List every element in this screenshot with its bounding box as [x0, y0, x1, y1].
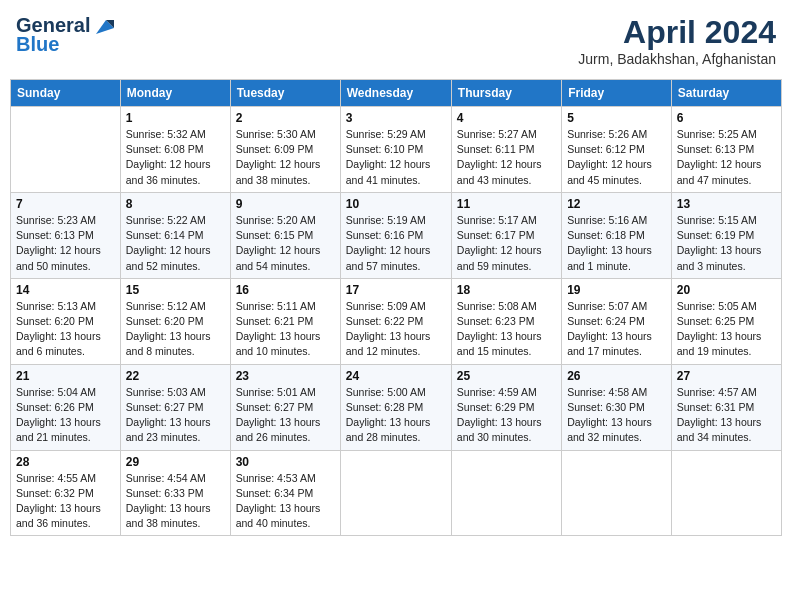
calendar-cell: [671, 450, 781, 536]
day-info: Sunrise: 4:53 AMSunset: 6:34 PMDaylight:…: [236, 471, 335, 532]
header: General Blue April 2024 Jurm, Badakhshan…: [10, 10, 782, 71]
calendar-cell: 6Sunrise: 5:25 AMSunset: 6:13 PMDaylight…: [671, 107, 781, 193]
calendar-cell: 26Sunrise: 4:58 AMSunset: 6:30 PMDayligh…: [562, 364, 672, 450]
day-number: 7: [16, 197, 115, 211]
day-number: 21: [16, 369, 115, 383]
calendar-cell: 29Sunrise: 4:54 AMSunset: 6:33 PMDayligh…: [120, 450, 230, 536]
calendar-cell: 4Sunrise: 5:27 AMSunset: 6:11 PMDaylight…: [451, 107, 561, 193]
calendar-cell: 18Sunrise: 5:08 AMSunset: 6:23 PMDayligh…: [451, 278, 561, 364]
calendar-cell: 2Sunrise: 5:30 AMSunset: 6:09 PMDaylight…: [230, 107, 340, 193]
weekday-header-friday: Friday: [562, 80, 672, 107]
calendar-cell: 9Sunrise: 5:20 AMSunset: 6:15 PMDaylight…: [230, 192, 340, 278]
logo: General Blue: [16, 14, 114, 56]
day-number: 12: [567, 197, 666, 211]
month-title: April 2024: [578, 14, 776, 51]
calendar-cell: 12Sunrise: 5:16 AMSunset: 6:18 PMDayligh…: [562, 192, 672, 278]
calendar-cell: 21Sunrise: 5:04 AMSunset: 6:26 PMDayligh…: [11, 364, 121, 450]
day-info: Sunrise: 5:22 AMSunset: 6:14 PMDaylight:…: [126, 213, 225, 274]
day-number: 17: [346, 283, 446, 297]
weekday-header-saturday: Saturday: [671, 80, 781, 107]
calendar-cell: 22Sunrise: 5:03 AMSunset: 6:27 PMDayligh…: [120, 364, 230, 450]
calendar-cell: 13Sunrise: 5:15 AMSunset: 6:19 PMDayligh…: [671, 192, 781, 278]
calendar-cell: 11Sunrise: 5:17 AMSunset: 6:17 PMDayligh…: [451, 192, 561, 278]
day-info: Sunrise: 4:57 AMSunset: 6:31 PMDaylight:…: [677, 385, 776, 446]
day-info: Sunrise: 4:59 AMSunset: 6:29 PMDaylight:…: [457, 385, 556, 446]
day-number: 20: [677, 283, 776, 297]
calendar-cell: [11, 107, 121, 193]
day-info: Sunrise: 5:11 AMSunset: 6:21 PMDaylight:…: [236, 299, 335, 360]
day-number: 22: [126, 369, 225, 383]
day-info: Sunrise: 5:00 AMSunset: 6:28 PMDaylight:…: [346, 385, 446, 446]
day-info: Sunrise: 5:26 AMSunset: 6:12 PMDaylight:…: [567, 127, 666, 188]
day-number: 24: [346, 369, 446, 383]
calendar-cell: 3Sunrise: 5:29 AMSunset: 6:10 PMDaylight…: [340, 107, 451, 193]
logo-icon: [92, 18, 114, 36]
day-info: Sunrise: 5:08 AMSunset: 6:23 PMDaylight:…: [457, 299, 556, 360]
day-number: 2: [236, 111, 335, 125]
day-info: Sunrise: 4:58 AMSunset: 6:30 PMDaylight:…: [567, 385, 666, 446]
day-info: Sunrise: 4:55 AMSunset: 6:32 PMDaylight:…: [16, 471, 115, 532]
calendar-cell: 8Sunrise: 5:22 AMSunset: 6:14 PMDaylight…: [120, 192, 230, 278]
day-number: 29: [126, 455, 225, 469]
day-number: 19: [567, 283, 666, 297]
weekday-header-tuesday: Tuesday: [230, 80, 340, 107]
calendar-cell: 14Sunrise: 5:13 AMSunset: 6:20 PMDayligh…: [11, 278, 121, 364]
day-number: 6: [677, 111, 776, 125]
weekday-header-wednesday: Wednesday: [340, 80, 451, 107]
day-info: Sunrise: 5:07 AMSunset: 6:24 PMDaylight:…: [567, 299, 666, 360]
day-number: 16: [236, 283, 335, 297]
day-number: 23: [236, 369, 335, 383]
day-info: Sunrise: 4:54 AMSunset: 6:33 PMDaylight:…: [126, 471, 225, 532]
day-number: 4: [457, 111, 556, 125]
calendar-cell: 24Sunrise: 5:00 AMSunset: 6:28 PMDayligh…: [340, 364, 451, 450]
location-title: Jurm, Badakhshan, Afghanistan: [578, 51, 776, 67]
calendar-cell: 16Sunrise: 5:11 AMSunset: 6:21 PMDayligh…: [230, 278, 340, 364]
calendar-cell: 28Sunrise: 4:55 AMSunset: 6:32 PMDayligh…: [11, 450, 121, 536]
day-number: 15: [126, 283, 225, 297]
day-info: Sunrise: 5:15 AMSunset: 6:19 PMDaylight:…: [677, 213, 776, 274]
day-number: 11: [457, 197, 556, 211]
logo-blue-text: Blue: [16, 33, 59, 56]
day-info: Sunrise: 5:13 AMSunset: 6:20 PMDaylight:…: [16, 299, 115, 360]
day-info: Sunrise: 5:17 AMSunset: 6:17 PMDaylight:…: [457, 213, 556, 274]
day-number: 3: [346, 111, 446, 125]
day-info: Sunrise: 5:25 AMSunset: 6:13 PMDaylight:…: [677, 127, 776, 188]
day-number: 27: [677, 369, 776, 383]
day-info: Sunrise: 5:05 AMSunset: 6:25 PMDaylight:…: [677, 299, 776, 360]
day-info: Sunrise: 5:27 AMSunset: 6:11 PMDaylight:…: [457, 127, 556, 188]
day-info: Sunrise: 5:20 AMSunset: 6:15 PMDaylight:…: [236, 213, 335, 274]
calendar-cell: 27Sunrise: 4:57 AMSunset: 6:31 PMDayligh…: [671, 364, 781, 450]
day-info: Sunrise: 5:09 AMSunset: 6:22 PMDaylight:…: [346, 299, 446, 360]
title-area: April 2024 Jurm, Badakhshan, Afghanistan: [578, 14, 776, 67]
day-number: 13: [677, 197, 776, 211]
day-number: 14: [16, 283, 115, 297]
calendar-cell: 7Sunrise: 5:23 AMSunset: 6:13 PMDaylight…: [11, 192, 121, 278]
day-info: Sunrise: 5:19 AMSunset: 6:16 PMDaylight:…: [346, 213, 446, 274]
weekday-header-monday: Monday: [120, 80, 230, 107]
day-number: 26: [567, 369, 666, 383]
day-info: Sunrise: 5:12 AMSunset: 6:20 PMDaylight:…: [126, 299, 225, 360]
day-info: Sunrise: 5:03 AMSunset: 6:27 PMDaylight:…: [126, 385, 225, 446]
calendar-cell: 10Sunrise: 5:19 AMSunset: 6:16 PMDayligh…: [340, 192, 451, 278]
day-info: Sunrise: 5:30 AMSunset: 6:09 PMDaylight:…: [236, 127, 335, 188]
calendar-cell: 15Sunrise: 5:12 AMSunset: 6:20 PMDayligh…: [120, 278, 230, 364]
day-info: Sunrise: 5:29 AMSunset: 6:10 PMDaylight:…: [346, 127, 446, 188]
calendar-cell: 5Sunrise: 5:26 AMSunset: 6:12 PMDaylight…: [562, 107, 672, 193]
calendar-cell: 1Sunrise: 5:32 AMSunset: 6:08 PMDaylight…: [120, 107, 230, 193]
calendar-cell: [340, 450, 451, 536]
day-info: Sunrise: 5:01 AMSunset: 6:27 PMDaylight:…: [236, 385, 335, 446]
day-info: Sunrise: 5:16 AMSunset: 6:18 PMDaylight:…: [567, 213, 666, 274]
day-number: 25: [457, 369, 556, 383]
day-info: Sunrise: 5:04 AMSunset: 6:26 PMDaylight:…: [16, 385, 115, 446]
weekday-header-thursday: Thursday: [451, 80, 561, 107]
day-number: 30: [236, 455, 335, 469]
calendar-cell: 17Sunrise: 5:09 AMSunset: 6:22 PMDayligh…: [340, 278, 451, 364]
day-number: 5: [567, 111, 666, 125]
day-number: 28: [16, 455, 115, 469]
weekday-header-sunday: Sunday: [11, 80, 121, 107]
day-number: 9: [236, 197, 335, 211]
calendar-cell: 20Sunrise: 5:05 AMSunset: 6:25 PMDayligh…: [671, 278, 781, 364]
calendar-cell: [562, 450, 672, 536]
day-number: 1: [126, 111, 225, 125]
calendar-cell: [451, 450, 561, 536]
